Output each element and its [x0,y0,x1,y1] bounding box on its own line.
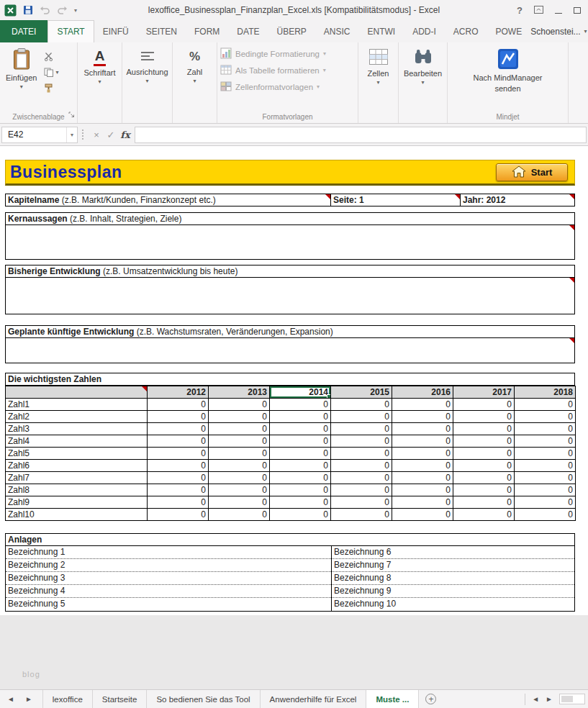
anlage-item-bezeichnung-8[interactable]: Bezeichnung 8 [332,572,574,585]
value-cell[interactable]: 0 [515,484,576,496]
value-cell[interactable]: 0 [270,435,331,448]
value-cell[interactable]: 0 [209,411,270,423]
value-cell[interactable]: 0 [392,411,453,423]
value-cell[interactable]: 0 [453,411,515,423]
ribbon-tab-ansic[interactable]: ANSIC [315,20,359,42]
value-cell[interactable]: 0 [331,399,392,411]
ribbon-tab-start[interactable]: START [48,20,94,42]
value-cell[interactable]: 0 [331,472,392,484]
sheet-tab-muste[interactable]: Muste ... [366,690,419,708]
enter-icon[interactable]: ✓ [104,130,118,140]
value-cell[interactable]: 0 [209,509,270,521]
value-cell[interactable]: 0 [392,435,453,448]
jahr-cell[interactable]: Jahr: 2012 [461,194,575,206]
alignment-button[interactable]: Ausrichtung ▾ [123,45,171,87]
format-as-table-button[interactable]: Als Tabelle formatieren ▾ [220,64,326,77]
conditional-formatting-button[interactable]: Bedingte Formatierung ▾ [220,47,326,60]
year-header-2014[interactable]: 2014 [270,386,331,399]
value-cell[interactable]: 0 [453,496,515,509]
anlage-item-bezeichnung-4[interactable]: Bezeichnung 4 [6,585,331,598]
row-label[interactable]: Zahl6 [6,460,148,472]
value-cell[interactable]: 0 [515,399,576,411]
value-cell[interactable]: 0 [515,448,576,460]
ribbon-tab-entwi[interactable]: ENTWI [359,20,404,42]
value-cell[interactable]: 0 [515,411,576,423]
maximize-icon[interactable] [574,4,581,17]
sheet-nav-left-icon[interactable]: ◄ [7,695,14,703]
value-cell[interactable]: 0 [270,484,331,496]
sheet-nav-right-icon[interactable]: ► [25,695,32,703]
scrollbar-thumb[interactable] [561,696,573,702]
kernaussagen-input-area[interactable] [5,225,575,260]
ribbon-tab-form[interactable]: FORM [186,20,228,42]
ribbon-tab-acro[interactable]: ACRO [445,20,487,42]
seite-cell[interactable]: Seite: 1 [331,194,461,206]
sheet-tab-anwenderhilfe-f-r-excel[interactable]: Anwenderhilfe für Excel [261,690,367,708]
value-cell[interactable]: 0 [392,448,453,460]
value-cell[interactable]: 0 [392,399,453,411]
value-cell[interactable]: 0 [331,423,392,435]
value-cell[interactable]: 0 [209,435,270,448]
cell-styles-button[interactable]: Zellenformatvorlagen ▾ [220,81,320,94]
copy-button[interactable]: ▾ [44,68,58,77]
horizontal-scrollbar[interactable] [559,694,585,704]
value-cell[interactable]: 0 [209,460,270,472]
cut-button[interactable] [44,52,58,61]
value-cell[interactable]: 0 [453,423,515,435]
bisherige-entwicklung-header[interactable]: Bisherige Entwicklung (z.B. Umsatzentwic… [5,265,575,278]
ribbon-tab-seiten[interactable]: SEITEN [137,20,186,42]
value-cell[interactable]: 0 [453,448,515,460]
value-cell[interactable]: 0 [392,460,453,472]
value-cell[interactable]: 0 [331,509,392,521]
insert-function-icon[interactable]: fx [118,130,132,140]
font-button[interactable]: A Schriftart ▾ [81,45,118,88]
value-cell[interactable]: 0 [331,484,392,496]
anlage-item-bezeichnung-9[interactable]: Bezeichnung 9 [332,585,574,598]
geplante-entwicklung-input-area[interactable] [5,338,575,363]
year-header-2017[interactable]: 2017 [453,386,515,399]
value-cell[interactable]: 0 [209,496,270,509]
formula-input[interactable] [135,127,587,143]
zahlen-blank-header-cell[interactable] [6,386,148,399]
anlage-item-bezeichnung-2[interactable]: Bezeichnung 2 [6,559,331,572]
value-cell[interactable]: 0 [148,423,209,435]
value-cell[interactable]: 0 [515,460,576,472]
anlage-item-bezeichnung-5[interactable]: Bezeichnung 5 [6,598,331,611]
value-cell[interactable]: 0 [270,423,331,435]
row-label[interactable]: Zahl2 [6,411,148,423]
value-cell[interactable]: 0 [453,435,515,448]
value-cell[interactable]: 0 [209,448,270,460]
value-cell[interactable]: 0 [453,472,515,484]
value-cell[interactable]: 0 [392,496,453,509]
value-cell[interactable]: 0 [270,472,331,484]
anlage-item-bezeichnung-7[interactable]: Bezeichnung 7 [332,559,574,572]
value-cell[interactable]: 0 [209,423,270,435]
value-cell[interactable]: 0 [148,496,209,509]
anlage-item-bezeichnung-1[interactable]: Bezeichnung 1 [6,546,331,559]
year-header-2013[interactable]: 2013 [209,386,270,399]
value-cell[interactable]: 0 [148,435,209,448]
ribbon-tab-date[interactable]: DATE [228,20,268,42]
undo-icon[interactable] [40,6,50,14]
anlagen-title[interactable]: Anlagen [5,533,575,546]
help-icon[interactable]: ? [517,5,523,16]
value-cell[interactable]: 0 [270,460,331,472]
save-icon[interactable] [23,5,33,15]
name-box[interactable]: E42 ▾ [1,127,78,143]
value-cell[interactable]: 0 [270,448,331,460]
qat-customize-icon[interactable]: ▾ [74,7,77,14]
anlage-item-bezeichnung-3[interactable]: Bezeichnung 3 [6,572,331,585]
bisherige-entwicklung-input-area[interactable] [5,278,575,314]
dialog-launcher-icon[interactable] [68,108,75,121]
value-cell[interactable]: 0 [209,472,270,484]
formula-bar-splitter[interactable] [82,130,84,140]
value-cell[interactable]: 0 [148,448,209,460]
value-cell[interactable]: 0 [392,484,453,496]
value-cell[interactable]: 0 [270,496,331,509]
editing-button[interactable]: Bearbeiten ▾ [401,45,445,88]
year-header-2012[interactable]: 2012 [148,386,209,399]
row-label[interactable]: Zahl4 [6,435,148,448]
anlage-item-bezeichnung-6[interactable]: Bezeichnung 6 [332,546,574,559]
value-cell[interactable]: 0 [331,448,392,460]
cancel-icon[interactable]: × [89,130,104,140]
